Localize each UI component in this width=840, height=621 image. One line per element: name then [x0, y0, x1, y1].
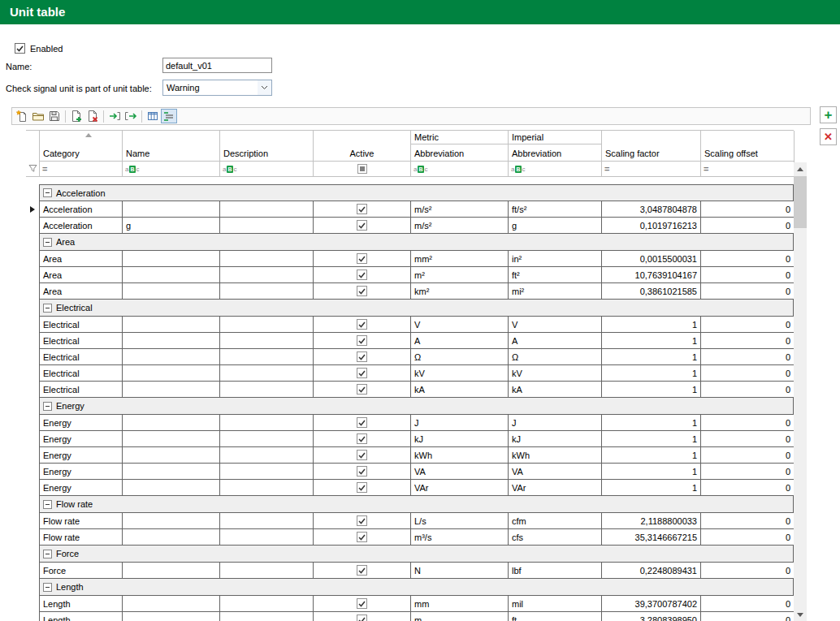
cell-name[interactable] — [123, 283, 220, 299]
new-file-button[interactable] — [14, 109, 30, 123]
import-button[interactable] — [106, 109, 123, 123]
cell-scaling-factor[interactable]: 1 — [602, 447, 701, 463]
cell-imperial-abbreviation[interactable]: A — [509, 333, 602, 348]
choose-columns-button[interactable] — [145, 109, 161, 123]
cell-category[interactable]: Area — [40, 267, 123, 282]
table-row[interactable]: Energy kJ kJ 1 0 — [26, 431, 794, 447]
cell-scaling-offset[interactable]: 0 — [701, 349, 795, 364]
cell-scaling-offset[interactable]: 0 — [701, 283, 795, 299]
filter-name[interactable]: aBc — [123, 162, 220, 176]
active-checkbox[interactable] — [357, 351, 367, 362]
cell-scaling-offset[interactable]: 0 — [701, 596, 795, 611]
scrollbar-thumb[interactable] — [794, 176, 807, 228]
cell-category[interactable]: Flow rate — [40, 513, 123, 528]
table-row[interactable]: Acceleration g m/s² g 0,1019716213 0 — [26, 218, 794, 234]
table-row[interactable]: Electrical kV kV 1 0 — [26, 365, 794, 382]
cell-metric-abbreviation[interactable]: m/s² — [411, 201, 509, 217]
filter-description[interactable]: aBc — [220, 162, 314, 176]
cell-category[interactable]: Area — [40, 251, 123, 266]
active-checkbox[interactable] — [357, 417, 367, 428]
cell-description[interactable] — [220, 563, 314, 578]
cell-metric-abbreviation[interactable]: Ω — [411, 349, 509, 364]
filter-scaling-factor[interactable]: = — [602, 162, 701, 176]
cell-category[interactable]: Electrical — [40, 382, 123, 397]
cell-category[interactable]: Energy — [40, 464, 123, 479]
cell-scaling-offset[interactable]: 0 — [701, 382, 795, 397]
cell-scaling-offset[interactable]: 0 — [701, 201, 795, 217]
collapse-group-icon[interactable] — [43, 500, 52, 509]
cell-scaling-offset[interactable]: 0 — [701, 267, 795, 282]
cell-description[interactable] — [220, 349, 314, 364]
cell-description[interactable] — [220, 447, 314, 463]
add-row-button[interactable] — [68, 109, 84, 123]
cell-metric-abbreviation[interactable]: VAr — [411, 480, 509, 495]
cell-scaling-factor[interactable]: 1 — [602, 431, 701, 446]
filter-active[interactable] — [314, 162, 411, 176]
cell-scaling-offset[interactable]: 0 — [701, 513, 795, 528]
cell-metric-abbreviation[interactable]: kA — [411, 382, 509, 397]
scroll-up-button[interactable] — [794, 162, 807, 175]
cell-category[interactable]: Length — [40, 596, 123, 611]
cell-name[interactable] — [123, 333, 220, 348]
cell-imperial-abbreviation[interactable]: VAr — [509, 480, 602, 495]
cell-scaling-factor[interactable]: 1 — [602, 349, 701, 364]
cell-imperial-abbreviation[interactable]: J — [509, 415, 602, 430]
table-row[interactable]: Electrical V V 1 0 — [26, 317, 794, 333]
cell-category[interactable]: Energy — [40, 415, 123, 430]
cell-scaling-offset[interactable]: 0 — [701, 317, 795, 332]
table-row[interactable]: Energy VA VA 1 0 — [26, 464, 794, 480]
cell-metric-abbreviation[interactable]: L/s — [411, 513, 509, 528]
cell-metric-abbreviation[interactable]: m³/s — [411, 529, 509, 545]
cell-imperial-abbreviation[interactable]: g — [509, 218, 602, 233]
cell-name[interactable] — [123, 382, 220, 397]
cell-category[interactable]: Energy — [40, 431, 123, 446]
cell-metric-abbreviation[interactable]: kWh — [411, 447, 509, 463]
collapse-group-icon[interactable] — [43, 583, 52, 592]
export-button[interactable] — [123, 109, 139, 123]
cell-category[interactable]: Acceleration — [40, 201, 123, 217]
cell-description[interactable] — [220, 218, 314, 233]
cell-description[interactable] — [220, 317, 314, 332]
cell-scaling-offset[interactable]: 0 — [701, 251, 795, 266]
table-row[interactable]: Energy VAr VAr 1 0 — [26, 480, 794, 496]
cell-name[interactable]: g — [123, 218, 220, 233]
cell-name[interactable] — [123, 415, 220, 430]
table-row[interactable]: Force N lbf 0,2248089431 0 — [26, 563, 794, 579]
collapse-group-icon[interactable] — [43, 550, 52, 558]
cell-scaling-offset[interactable]: 0 — [701, 431, 795, 446]
cell-description[interactable] — [220, 513, 314, 528]
table-row[interactable]: Length mm mil 39,3700787402 0 — [26, 596, 794, 612]
cell-imperial-abbreviation[interactable]: V — [509, 317, 602, 332]
cell-scaling-factor[interactable]: 10,7639104167 — [602, 267, 701, 282]
cell-name[interactable] — [123, 612, 220, 621]
cell-scaling-factor[interactable]: 1 — [602, 317, 701, 332]
cell-description[interactable] — [220, 480, 314, 495]
active-checkbox[interactable] — [357, 286, 367, 296]
filter-metric-abbreviation[interactable]: aBc — [411, 162, 509, 176]
filter-scaling-offset[interactable]: = — [701, 162, 795, 176]
cell-imperial-abbreviation[interactable]: ft² — [509, 267, 602, 282]
active-checkbox[interactable] — [357, 482, 367, 493]
toggle-grouping-button[interactable] — [161, 109, 177, 123]
column-header-imperial-abbreviation[interactable]: Abbreviation — [509, 144, 602, 162]
cell-metric-abbreviation[interactable]: VA — [411, 464, 509, 479]
cell-category[interactable]: Energy — [40, 480, 123, 495]
active-checkbox[interactable] — [357, 565, 367, 576]
column-header-scaling-offset[interactable]: Scaling offset — [701, 131, 795, 162]
column-header-description[interactable]: Description — [220, 131, 314, 162]
cell-scaling-factor[interactable]: 1 — [602, 464, 701, 479]
table-row[interactable]: Electrical A A 1 0 — [26, 333, 794, 349]
table-row[interactable]: Energy J J 1 0 — [26, 415, 794, 431]
cell-category[interactable]: Electrical — [40, 365, 123, 381]
cell-category[interactable]: Acceleration — [40, 218, 123, 233]
dropdown-button[interactable] — [258, 80, 271, 95]
enabled-checkbox-row[interactable]: Enabled — [15, 43, 63, 54]
cell-name[interactable] — [123, 529, 220, 545]
cell-scaling-factor[interactable]: 1 — [602, 365, 701, 381]
group-row[interactable]: Energy — [26, 398, 794, 415]
cell-scaling-factor[interactable]: 1 — [602, 382, 701, 397]
column-header-scaling-factor[interactable]: Scaling factor — [602, 131, 701, 162]
group-row[interactable]: Force — [26, 546, 794, 563]
cell-imperial-abbreviation[interactable]: mi² — [509, 283, 602, 299]
group-row[interactable]: Area — [26, 234, 794, 251]
